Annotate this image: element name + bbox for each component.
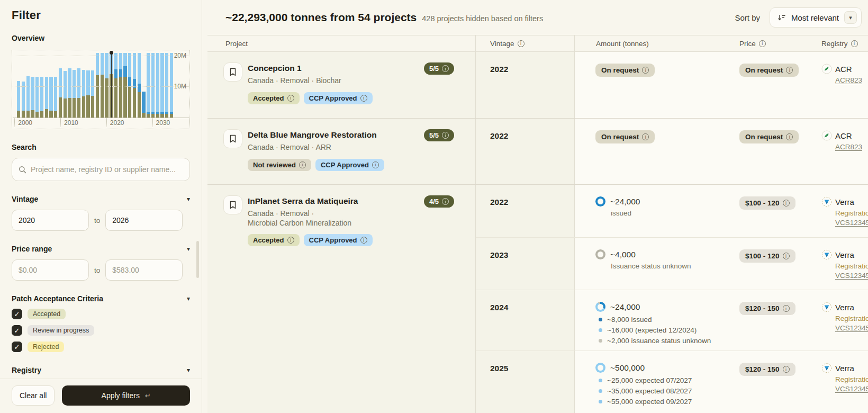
sort-dropdown[interactable]: Most relevant ▾ bbox=[770, 7, 862, 28]
filter-sidebar: Filter Overview 20M 10M 2000 2010 2020 2… bbox=[0, 0, 202, 413]
price-badge[interactable]: $100 - 120 bbox=[739, 249, 795, 263]
amount-badge[interactable]: On request bbox=[595, 130, 655, 143]
price-range-header[interactable]: Price range ▾ bbox=[12, 245, 190, 253]
vintage-subrow: 2022 On request On request ACR ACR823 bbox=[476, 119, 868, 184]
registry-id-link[interactable]: VCS12345 bbox=[835, 324, 868, 332]
chart-marker[interactable] bbox=[111, 53, 112, 118]
registry-label: Registry bbox=[12, 366, 41, 374]
chart-bar bbox=[165, 52, 168, 118]
info-icon[interactable] bbox=[759, 40, 766, 47]
status-badge[interactable]: Accepted bbox=[248, 234, 300, 246]
vintage-to-input[interactable] bbox=[105, 210, 183, 231]
info-icon[interactable] bbox=[518, 40, 525, 47]
project-cell[interactable]: Concepcion 1 Canada · Removal · Biochar … bbox=[207, 52, 476, 118]
project-name[interactable]: Delta Blue Mangrove Restoration bbox=[248, 129, 384, 140]
registry-id-link[interactable]: ACR823 bbox=[835, 76, 868, 84]
project-row-delta-blue[interactable]: Delta Blue Mangrove Restoration Canada ·… bbox=[207, 119, 868, 185]
registry-id-link[interactable]: VCS12345 bbox=[835, 272, 868, 280]
registration-link[interactable]: Registration bbox=[835, 375, 868, 383]
issuance-donut-icon bbox=[595, 363, 605, 373]
info-icon bbox=[372, 161, 379, 168]
issuance-donut-icon bbox=[595, 249, 605, 259]
vintage-header[interactable]: Vintage ▾ bbox=[12, 195, 190, 203]
price-cell: $100 - 120 bbox=[735, 238, 821, 290]
issuance-breakdown: ~8,000 issued ~16,000 (expected 12/2024)… bbox=[599, 316, 735, 345]
amount-value: ~4,000 bbox=[610, 250, 636, 259]
ccp-badge[interactable]: CCP Approved bbox=[315, 159, 384, 171]
registration-link[interactable]: Registration bbox=[835, 315, 868, 322]
vintage-label: Vintage bbox=[12, 195, 38, 203]
price-cell: $120 - 150 bbox=[735, 290, 821, 351]
price-min-input[interactable] bbox=[12, 259, 89, 281]
patch-acceptance-header[interactable]: Patch Acceptance Criteria ▾ bbox=[12, 294, 190, 303]
chart-bar bbox=[160, 52, 164, 118]
price-badge[interactable]: $120 - 150 bbox=[739, 302, 795, 315]
chart-bar bbox=[119, 52, 122, 118]
registry-id-link[interactable]: VCS12345 bbox=[835, 219, 868, 227]
project-row-inplanet[interactable]: InPlanet Serra da Matiqueira Canada · Re… bbox=[207, 185, 868, 413]
clear-all-button[interactable]: Clear all bbox=[12, 385, 55, 406]
bookmark-button[interactable] bbox=[223, 195, 242, 214]
price-badge[interactable]: $120 - 150 bbox=[739, 363, 795, 376]
patch-option-chip: Rejected bbox=[28, 342, 64, 352]
vintage-year: 2024 bbox=[476, 290, 575, 351]
chart-bar bbox=[17, 52, 20, 118]
checkbox-rejected[interactable] bbox=[12, 342, 22, 352]
rating-badge[interactable]: 4/5 bbox=[424, 195, 454, 208]
verra-registry-icon bbox=[821, 196, 832, 207]
amount-status: Issuance status unknown bbox=[611, 262, 735, 270]
ccp-badge[interactable]: CCP Approved bbox=[304, 92, 373, 104]
price-badge[interactable]: $100 - 120 bbox=[739, 196, 795, 210]
project-cell[interactable]: InPlanet Serra da Matiqueira Canada · Re… bbox=[207, 185, 476, 413]
price-max-input[interactable] bbox=[105, 259, 183, 281]
chart-bar bbox=[35, 52, 39, 118]
search-input[interactable] bbox=[31, 165, 183, 174]
info-icon[interactable] bbox=[851, 40, 858, 47]
ccp-badge[interactable]: CCP Approved bbox=[304, 234, 373, 246]
chart-bar bbox=[40, 52, 43, 118]
status-badge[interactable]: Not reviewed bbox=[248, 159, 311, 171]
overview-section: Overview 20M 10M 2000 2010 2020 2030 bbox=[12, 34, 190, 129]
registration-link[interactable]: Registration bbox=[835, 209, 868, 217]
price-range-label: Price range bbox=[12, 245, 52, 253]
patch-option-chip: Review in progress bbox=[28, 325, 94, 336]
apply-filters-button[interactable]: Apply filters ↵ bbox=[62, 385, 190, 406]
sidebar-scrollbar-thumb[interactable] bbox=[196, 241, 199, 278]
vintage-section: Vintage ▾ to bbox=[12, 195, 190, 231]
checkbox-review-in-progress[interactable] bbox=[12, 325, 22, 336]
status-badge[interactable]: Accepted bbox=[248, 92, 300, 104]
bookmark-button[interactable] bbox=[223, 62, 242, 82]
info-icon bbox=[642, 67, 649, 74]
patch-option-review: Review in progress bbox=[12, 325, 190, 336]
project-name[interactable]: InPlanet Serra da Matiqueira bbox=[248, 195, 373, 206]
price-badge[interactable]: On request bbox=[739, 130, 799, 143]
chart-bar bbox=[96, 52, 99, 118]
patch-acceptance-label: Patch Acceptance Criteria bbox=[12, 294, 103, 303]
vintage-subrow: 2022 ~24,000 issued $100 - 120 Verra Reg… bbox=[476, 185, 868, 238]
checkbox-accepted[interactable] bbox=[12, 309, 22, 319]
vintage-from-input[interactable] bbox=[12, 210, 89, 231]
amount-badge[interactable]: On request bbox=[595, 64, 655, 77]
registry-header[interactable]: Registry ▾ bbox=[12, 366, 190, 374]
registry-cell: Verra RegistrationVCS12345 bbox=[821, 290, 868, 351]
patch-acceptance-section: Patch Acceptance Criteria ▾ Accepted Rev… bbox=[12, 294, 190, 352]
bookmark-button[interactable] bbox=[223, 129, 242, 148]
project-name[interactable]: Concepcion 1 bbox=[248, 62, 373, 73]
price-badge[interactable]: On request bbox=[739, 64, 799, 77]
info-icon bbox=[360, 95, 367, 102]
project-row-concepcion-1[interactable]: Concepcion 1 Canada · Removal · Biochar … bbox=[207, 52, 868, 119]
registry-cell: ACR ACR823 bbox=[821, 52, 868, 118]
patch-option-label: Rejected bbox=[33, 343, 59, 351]
gridline-20m: 20M bbox=[13, 56, 189, 56]
column-project: Project bbox=[207, 35, 476, 51]
chart-bar bbox=[73, 52, 76, 118]
project-cell[interactable]: Delta Blue Mangrove Restoration Canada ·… bbox=[207, 119, 476, 184]
table-header: Project Vintage Amount (tonnes) Price Re… bbox=[207, 35, 868, 52]
registry-id-link[interactable]: ACR823 bbox=[835, 143, 868, 151]
x-tick-label: 2020 bbox=[110, 119, 124, 127]
registration-link[interactable]: Registration bbox=[835, 262, 868, 270]
overview-chart[interactable]: 20M 10M 2000 2010 2020 2030 bbox=[12, 50, 190, 129]
registry-id-link[interactable]: VCS12345 bbox=[835, 385, 868, 393]
rating-badge[interactable]: 5/5 bbox=[424, 129, 454, 141]
rating-badge[interactable]: 5/5 bbox=[424, 62, 454, 75]
